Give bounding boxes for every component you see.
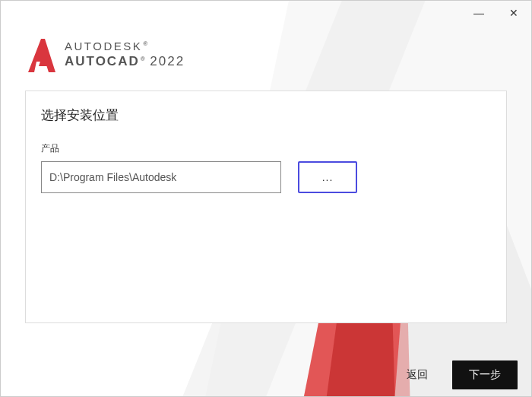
browse-button[interactable]: ... (298, 161, 357, 193)
install-location-card: 选择安装位置 产品 ... (25, 91, 507, 323)
brand-product: AUTOCAD® 2022 (65, 54, 185, 69)
path-row: ... (41, 161, 491, 193)
card-title: 选择安装位置 (41, 106, 491, 124)
brand-text: AUTODESK® AUTOCAD® 2022 (65, 40, 185, 69)
back-button[interactable]: 返回 (393, 360, 442, 389)
footer: 返回 下一步 (1, 354, 531, 396)
brand-company: AUTODESK® (65, 40, 185, 52)
product-label: 产品 (41, 142, 491, 155)
autodesk-logo-icon (28, 39, 55, 72)
minimize-button[interactable]: — (461, 1, 496, 25)
header: AUTODESK® AUTOCAD® 2022 (1, 25, 531, 75)
close-button[interactable]: ✕ (496, 1, 531, 25)
titlebar: — ✕ (1, 1, 531, 25)
next-button[interactable]: 下一步 (452, 360, 518, 389)
install-path-input[interactable] (41, 161, 281, 193)
